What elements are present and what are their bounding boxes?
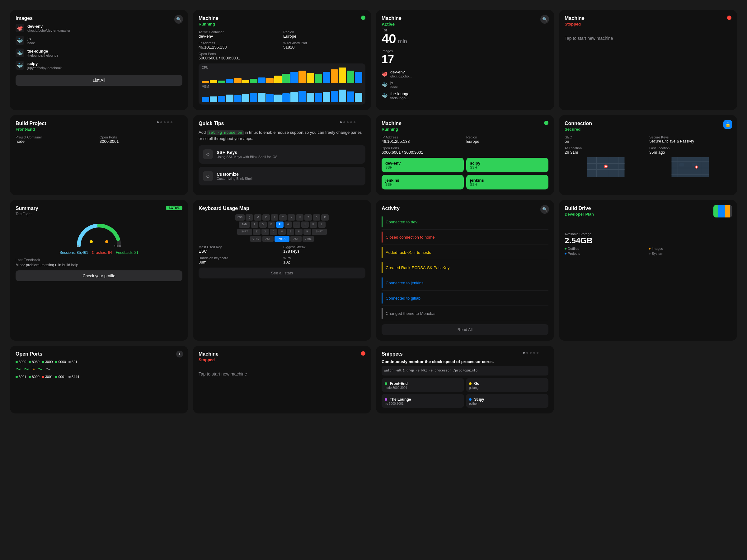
machine-running-2-card: Machine Running IP Address 46.101.255.13…	[376, 115, 554, 195]
keyboard-card: Keyboard Usage Map ESC Q W E R T Y U I O…	[193, 200, 371, 341]
port-badge[interactable]: 8090	[29, 375, 39, 379]
legend-dot	[565, 252, 566, 255]
machine-running-2-status: Running	[382, 127, 548, 132]
key-u[interactable]: U	[296, 214, 304, 220]
key-s[interactable]: S	[259, 221, 267, 228]
port-badge[interactable]: 8080	[29, 360, 39, 364]
key-alt-r[interactable]: ALT	[290, 236, 302, 242]
image-path: thelounge/thelounge	[27, 54, 182, 57]
key-k[interactable]: K	[310, 221, 317, 228]
at-location-value: 2h 31m	[565, 150, 647, 155]
activity-bar	[382, 247, 383, 258]
key-v[interactable]: V	[278, 229, 286, 235]
ssh-connection-item[interactable]: jenkins SSH	[466, 175, 548, 189]
key-g[interactable]: G	[284, 221, 292, 228]
snippet-tag-item[interactable]: Front-End node 3000:3001	[382, 378, 464, 392]
key-tab[interactable]: TAB	[239, 221, 250, 228]
machine-active-search-button[interactable]: 🔍	[540, 15, 549, 24]
summary-title: Summary	[16, 206, 182, 211]
storage-available-label: Available Storage	[565, 232, 731, 236]
key-z[interactable]: Z	[253, 229, 260, 235]
port-dot	[29, 376, 31, 378]
key-x[interactable]: X	[261, 229, 269, 235]
port-badge[interactable]: 6000	[16, 360, 26, 364]
last-feedback-text: Minor problem, missing u in build help	[16, 263, 182, 267]
ports-label: Open Ports	[199, 52, 365, 56]
key-alt-l[interactable]: ALT	[262, 236, 274, 242]
snippet-tag-item[interactable]: Go golang	[466, 378, 548, 392]
activity-search-button[interactable]: 🔍	[540, 205, 549, 214]
machine-stopped-2-card[interactable]: Machine Stopped Tap to start new machine	[193, 346, 371, 414]
port-number: 9001	[58, 375, 66, 379]
key-e[interactable]: E	[262, 214, 270, 220]
ssh-item-type: SSH	[470, 183, 545, 186]
most-used-col: Most Used Key ESC	[199, 245, 281, 254]
key-shift-l[interactable]: SHFT	[237, 229, 252, 235]
images-card: 🔍 Images 🐙 dev-env ghcr.io/pcho/dev-env:…	[10, 10, 188, 110]
key-r[interactable]: R	[271, 214, 278, 220]
key-c[interactable]: C	[270, 229, 277, 235]
customize-item[interactable]: ⊙ Customize Customizing Blink Shell	[199, 167, 365, 185]
open-ports-title: Open Ports	[16, 351, 182, 357]
key-y[interactable]: Y	[288, 214, 295, 220]
key-p[interactable]: P	[321, 214, 329, 220]
ssh-keys-item[interactable]: ⊙ SSH Keys Using SSH Keys with Blink She…	[199, 145, 365, 164]
mem-label: MEM	[202, 85, 362, 88]
snippet-tag-name: Scipy	[469, 396, 545, 402]
snippet-tag-item[interactable]: The Lounge irc 3000:3001	[382, 394, 464, 408]
key-a[interactable]: A	[251, 221, 258, 228]
ssh-connection-item[interactable]: jenkins SSH	[382, 175, 464, 189]
snippet-tag-item[interactable]: Scipy python	[466, 394, 548, 408]
key-q[interactable]: Q	[246, 214, 253, 220]
build-container-value: node	[16, 139, 98, 144]
key-o[interactable]: O	[313, 214, 320, 220]
storage-size: 2.54GB	[565, 236, 731, 245]
key-ctrl-l[interactable]: CTRL	[250, 236, 261, 242]
port-badge[interactable]: 521	[69, 360, 77, 364]
port-badge[interactable]: 3000	[42, 360, 53, 364]
port-badge[interactable]: 9001	[55, 375, 66, 379]
port-badge[interactable]: 9000	[55, 360, 66, 364]
port-badge[interactable]: 5444	[69, 375, 79, 379]
check-profile-button[interactable]: Check your profile	[16, 270, 182, 281]
ssh-connection-item[interactable]: scipy SSH	[466, 158, 548, 172]
key-shift-r[interactable]: SHFT	[312, 229, 327, 235]
cpu-bar	[274, 76, 282, 83]
key-w[interactable]: W	[254, 214, 261, 220]
tag-desc: python	[469, 402, 545, 405]
cpu-bar	[307, 73, 314, 83]
key-meta[interactable]: META	[275, 236, 289, 242]
port-badge[interactable]: 3001	[42, 375, 53, 379]
key-h[interactable]: H	[293, 221, 300, 228]
mem-bar	[218, 96, 225, 102]
add-port-button[interactable]: +	[176, 351, 183, 357]
list-all-button[interactable]: List All	[16, 75, 182, 86]
images-search-button[interactable]: 🔍	[174, 15, 183, 24]
key-j[interactable]: J	[301, 221, 309, 228]
key-m[interactable]: M	[304, 229, 311, 235]
waves-row: 〜 〜 ≈ 〜 〜	[16, 366, 182, 373]
build-drive-card: Build Drive Developer Plan Available Sto…	[559, 200, 737, 341]
key-b[interactable]: B	[287, 229, 294, 235]
image-name: dev-env	[27, 24, 182, 29]
summary-gauge: 0 100K	[74, 219, 124, 247]
port-badge[interactable]: 6001	[16, 375, 26, 379]
machine-stopped-1-card[interactable]: Machine Stopped Tap to start new machine	[559, 10, 737, 110]
storage-bar	[713, 205, 732, 217]
activity-list-item: Added rack-01-fr to hosts	[382, 245, 548, 260]
see-all-button[interactable]: See all stats	[199, 268, 365, 278]
key-ctrl-r[interactable]: CTRL	[303, 236, 314, 242]
read-all-button[interactable]: Read All	[382, 324, 548, 335]
key-f[interactable]: F	[276, 221, 284, 228]
key-l[interactable]: L	[318, 221, 326, 228]
snippets-dots	[523, 352, 538, 354]
ssh-item-type: SSH	[385, 183, 460, 186]
ssh-connection-item[interactable]: dev-env SSH	[382, 158, 464, 172]
key-d[interactable]: D	[268, 221, 275, 228]
key-t[interactable]: T	[279, 214, 287, 220]
key-esc[interactable]: ESC	[235, 214, 244, 220]
key-n[interactable]: N	[295, 229, 303, 235]
tag-dot	[469, 398, 471, 401]
mem-bar	[355, 93, 362, 102]
key-i[interactable]: I	[304, 214, 312, 220]
